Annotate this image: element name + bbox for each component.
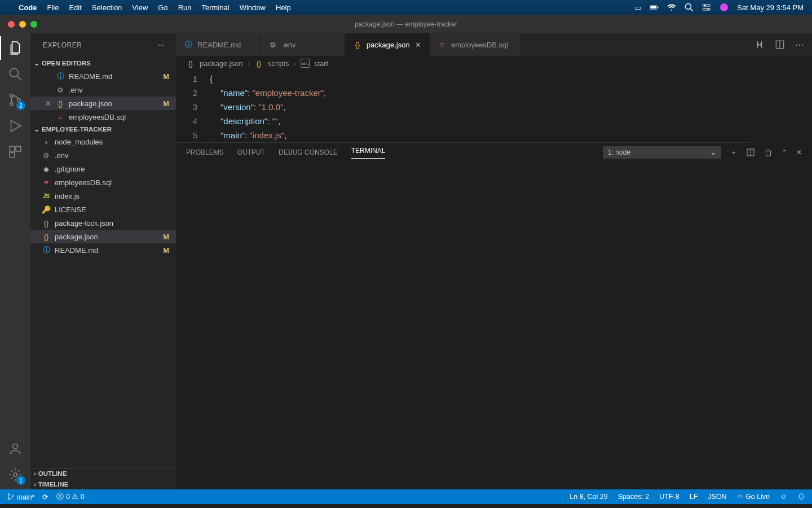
search-activity-icon[interactable] [7, 66, 23, 82]
file-item[interactable]: JSindex.js [30, 189, 176, 203]
editor-tab[interactable]: ⚙.env [261, 33, 345, 56]
notifications-icon[interactable] [797, 493, 805, 501]
editor-tab[interactable]: {}package.json✕ [345, 33, 430, 56]
folder-header[interactable]: ⌄EMPLOYEE-TRACKER [30, 124, 176, 135]
compare-changes-icon[interactable] [754, 40, 765, 50]
file-item[interactable]: ⚙.env [30, 148, 176, 162]
split-editor-icon[interactable] [775, 40, 785, 50]
file-item[interactable]: {}package-lock.json [30, 216, 176, 230]
bottom-panel: PROBLEMS OUTPUT DEBUG CONSOLE TERMINAL 1… [176, 142, 812, 489]
feedback-icon[interactable]: ☺ [780, 493, 787, 501]
file-item[interactable]: {}package.json M [30, 230, 176, 243]
menu-view[interactable]: View [132, 3, 148, 12]
maximize-window-button[interactable] [30, 21, 37, 28]
screen-icon[interactable]: ▭ [634, 3, 641, 12]
info-icon: ⓘ [42, 246, 51, 255]
file-item[interactable]: ⓘREADME.md M [30, 243, 176, 257]
settings-gear-icon[interactable]: 1 [7, 467, 23, 483]
kill-terminal-icon[interactable] [764, 148, 773, 157]
language-mode[interactable]: JSON [708, 493, 726, 501]
close-tab-icon[interactable]: ✕ [415, 41, 421, 49]
run-debug-activity-icon[interactable] [7, 118, 23, 134]
new-terminal-icon[interactable]: ＋ [730, 148, 737, 157]
extensions-activity-icon[interactable] [7, 144, 23, 160]
go-live-button[interactable]: Go Live [737, 493, 770, 501]
split-terminal-icon[interactable] [746, 148, 755, 157]
sidebar: EXPLORER ⋯ ⌄OPEN EDITORS ⓘREADME.md M ⚙.… [30, 33, 176, 489]
menu-go[interactable]: Go [158, 3, 167, 12]
chevron-down-icon: ⌄ [34, 125, 39, 133]
chevron-right-icon: › [34, 470, 36, 477]
minimize-window-button[interactable] [19, 21, 26, 28]
scm-badge: 2 [16, 101, 25, 110]
window-title: package.json — employee-tracker [355, 20, 457, 28]
json-icon: {} [186, 59, 195, 68]
menu-file[interactable]: File [47, 3, 59, 12]
siri-icon[interactable] [720, 3, 729, 12]
sync-icon[interactable]: ⟳ [42, 493, 48, 501]
panel-tab-problems[interactable]: PROBLEMS [186, 148, 224, 156]
eol[interactable]: LF [690, 493, 698, 501]
gear-icon: ⚙ [42, 151, 51, 160]
search-icon-menubar[interactable] [685, 3, 694, 12]
panel-tab-output[interactable]: OUTPUT [237, 148, 265, 156]
accounts-icon[interactable] [7, 441, 23, 457]
menu-selection[interactable]: Selection [92, 3, 122, 12]
breadcrumbs[interactable]: {} package.json › {} scripts › abc start [176, 56, 812, 71]
clock[interactable]: Sat May 29 3:54 PM [737, 3, 804, 12]
maximize-panel-icon[interactable]: ⌃ [782, 148, 787, 156]
menu-run[interactable]: Run [178, 3, 192, 12]
explorer-more-icon[interactable]: ⋯ [158, 41, 165, 49]
open-editor-item[interactable]: ⚙.env [30, 83, 176, 97]
svg-rect-2 [657, 7, 658, 8]
db-icon: ≡ [42, 178, 51, 187]
editor-tab[interactable]: ≡employeesDB.sql [430, 33, 521, 56]
minimap[interactable] [750, 71, 812, 144]
close-window-button[interactable] [8, 21, 15, 28]
activity-bar: 2 1 [0, 33, 30, 489]
svg-point-8 [708, 8, 709, 10]
problems-indicator[interactable]: ⓧ 0 ⚠ 0 [56, 492, 84, 502]
open-editor-item[interactable]: ≡employeesDB.sql [30, 110, 176, 124]
abc-icon: abc [301, 59, 310, 68]
svg-rect-5 [703, 5, 710, 6]
outline-header[interactable]: ›OUTLINE [30, 468, 176, 479]
file-item[interactable]: ≡employeesDB.sql [30, 176, 176, 189]
file-item[interactable]: ›node_modules [30, 135, 176, 148]
wifi-icon[interactable] [667, 3, 676, 12]
close-panel-icon[interactable]: ✕ [796, 148, 802, 156]
menu-terminal[interactable]: Terminal [202, 3, 230, 12]
explorer-title: EXPLORER [43, 41, 82, 49]
app-name[interactable]: Code [19, 3, 37, 12]
close-icon[interactable]: ✕ [44, 99, 52, 108]
panel-tab-terminal[interactable]: TERMINAL [351, 147, 386, 159]
file-item[interactable]: 🔑LICENSE [30, 203, 176, 216]
menu-help[interactable]: Help [276, 3, 291, 12]
file-name: node_modules [55, 138, 103, 146]
open-editor-item[interactable]: ✕ {}package.json M [30, 97, 176, 110]
indentation[interactable]: Spaces: 2 [618, 493, 650, 501]
battery-icon[interactable] [650, 3, 659, 12]
file-item[interactable]: ◆.gitignore [30, 162, 176, 176]
tab-label: package.json [367, 41, 410, 49]
terminal[interactable] [176, 162, 812, 489]
source-control-activity-icon[interactable]: 2 [7, 92, 23, 108]
terminal-select[interactable]: 1: node [603, 146, 721, 159]
more-actions-icon[interactable]: ⋯ [795, 40, 804, 50]
timeline-header[interactable]: ›TIMELINE [30, 479, 176, 489]
menu-edit[interactable]: Edit [69, 3, 81, 12]
explorer-activity-icon[interactable] [7, 40, 23, 56]
open-editor-item[interactable]: ⓘREADME.md M [30, 69, 176, 83]
open-editors-header[interactable]: ⌄OPEN EDITORS [30, 57, 176, 69]
cursor-position[interactable]: Ln 8, Col 29 [570, 493, 607, 501]
editor-tab[interactable]: ⓘREADME.md [176, 33, 261, 56]
menu-window[interactable]: Window [240, 3, 266, 12]
titlebar: package.json — employee-tracker [0, 15, 812, 33]
settings-badge: 1 [16, 476, 25, 485]
db-icon: ≡ [56, 112, 65, 121]
code-editor[interactable]: 12345 { "name": "employee-tracker", "ver… [176, 71, 812, 142]
encoding[interactable]: UTF-8 [659, 493, 679, 501]
branch-indicator[interactable]: main* [7, 493, 34, 501]
panel-tab-debug-console[interactable]: DEBUG CONSOLE [279, 148, 338, 156]
control-center-icon[interactable] [702, 3, 711, 12]
